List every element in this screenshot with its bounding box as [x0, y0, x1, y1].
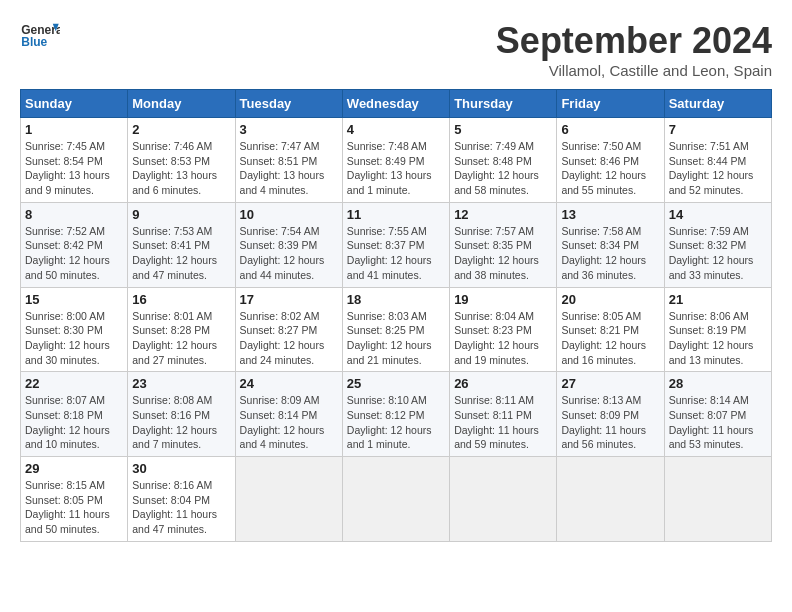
- day-number: 30: [132, 461, 230, 476]
- day-detail: Sunrise: 8:08 AMSunset: 8:16 PMDaylight:…: [132, 394, 217, 450]
- calendar-cell: 18 Sunrise: 8:03 AMSunset: 8:25 PMDaylig…: [342, 287, 449, 372]
- calendar-cell: [557, 457, 664, 542]
- day-number: 27: [561, 376, 659, 391]
- calendar-cell: 1 Sunrise: 7:45 AMSunset: 8:54 PMDayligh…: [21, 118, 128, 203]
- calendar-cell: 9 Sunrise: 7:53 AMSunset: 8:41 PMDayligh…: [128, 202, 235, 287]
- weekday-header-sunday: Sunday: [21, 90, 128, 118]
- page-header: General Blue September 2024 Villamol, Ca…: [20, 20, 772, 79]
- calendar-cell: 20 Sunrise: 8:05 AMSunset: 8:21 PMDaylig…: [557, 287, 664, 372]
- day-detail: Sunrise: 8:14 AMSunset: 8:07 PMDaylight:…: [669, 394, 754, 450]
- day-detail: Sunrise: 7:55 AMSunset: 8:37 PMDaylight:…: [347, 225, 432, 281]
- month-year: September 2024: [496, 20, 772, 62]
- calendar-cell: [342, 457, 449, 542]
- weekday-header-thursday: Thursday: [450, 90, 557, 118]
- day-number: 20: [561, 292, 659, 307]
- calendar-cell: 25 Sunrise: 8:10 AMSunset: 8:12 PMDaylig…: [342, 372, 449, 457]
- day-detail: Sunrise: 7:48 AMSunset: 8:49 PMDaylight:…: [347, 140, 432, 196]
- calendar-cell: 13 Sunrise: 7:58 AMSunset: 8:34 PMDaylig…: [557, 202, 664, 287]
- day-number: 7: [669, 122, 767, 137]
- day-detail: Sunrise: 7:45 AMSunset: 8:54 PMDaylight:…: [25, 140, 110, 196]
- weekday-header-tuesday: Tuesday: [235, 90, 342, 118]
- day-number: 13: [561, 207, 659, 222]
- calendar-cell: 23 Sunrise: 8:08 AMSunset: 8:16 PMDaylig…: [128, 372, 235, 457]
- day-number: 29: [25, 461, 123, 476]
- calendar-cell: 11 Sunrise: 7:55 AMSunset: 8:37 PMDaylig…: [342, 202, 449, 287]
- calendar-cell: [664, 457, 771, 542]
- logo: General Blue: [20, 20, 60, 50]
- weekday-header-saturday: Saturday: [664, 90, 771, 118]
- calendar-cell: 24 Sunrise: 8:09 AMSunset: 8:14 PMDaylig…: [235, 372, 342, 457]
- day-number: 26: [454, 376, 552, 391]
- day-detail: Sunrise: 7:59 AMSunset: 8:32 PMDaylight:…: [669, 225, 754, 281]
- day-number: 28: [669, 376, 767, 391]
- day-detail: Sunrise: 7:54 AMSunset: 8:39 PMDaylight:…: [240, 225, 325, 281]
- day-detail: Sunrise: 8:01 AMSunset: 8:28 PMDaylight:…: [132, 310, 217, 366]
- calendar-cell: 12 Sunrise: 7:57 AMSunset: 8:35 PMDaylig…: [450, 202, 557, 287]
- calendar-header: SundayMondayTuesdayWednesdayThursdayFrid…: [21, 90, 772, 118]
- day-number: 1: [25, 122, 123, 137]
- day-number: 8: [25, 207, 123, 222]
- day-number: 21: [669, 292, 767, 307]
- location: Villamol, Castille and Leon, Spain: [496, 62, 772, 79]
- calendar-cell: 21 Sunrise: 8:06 AMSunset: 8:19 PMDaylig…: [664, 287, 771, 372]
- day-number: 10: [240, 207, 338, 222]
- calendar-week-3: 15 Sunrise: 8:00 AMSunset: 8:30 PMDaylig…: [21, 287, 772, 372]
- calendar-cell: 6 Sunrise: 7:50 AMSunset: 8:46 PMDayligh…: [557, 118, 664, 203]
- day-detail: Sunrise: 7:52 AMSunset: 8:42 PMDaylight:…: [25, 225, 110, 281]
- calendar-cell: 30 Sunrise: 8:16 AMSunset: 8:04 PMDaylig…: [128, 457, 235, 542]
- calendar-cell: 17 Sunrise: 8:02 AMSunset: 8:27 PMDaylig…: [235, 287, 342, 372]
- title-block: September 2024 Villamol, Castille and Le…: [496, 20, 772, 79]
- day-detail: Sunrise: 7:51 AMSunset: 8:44 PMDaylight:…: [669, 140, 754, 196]
- day-detail: Sunrise: 8:03 AMSunset: 8:25 PMDaylight:…: [347, 310, 432, 366]
- calendar-week-5: 29 Sunrise: 8:15 AMSunset: 8:05 PMDaylig…: [21, 457, 772, 542]
- day-detail: Sunrise: 8:05 AMSunset: 8:21 PMDaylight:…: [561, 310, 646, 366]
- svg-text:Blue: Blue: [21, 35, 47, 49]
- day-detail: Sunrise: 8:16 AMSunset: 8:04 PMDaylight:…: [132, 479, 217, 535]
- day-number: 11: [347, 207, 445, 222]
- day-detail: Sunrise: 8:11 AMSunset: 8:11 PMDaylight:…: [454, 394, 539, 450]
- calendar-cell: 4 Sunrise: 7:48 AMSunset: 8:49 PMDayligh…: [342, 118, 449, 203]
- day-detail: Sunrise: 8:02 AMSunset: 8:27 PMDaylight:…: [240, 310, 325, 366]
- day-detail: Sunrise: 8:07 AMSunset: 8:18 PMDaylight:…: [25, 394, 110, 450]
- weekday-header-friday: Friday: [557, 90, 664, 118]
- calendar-week-4: 22 Sunrise: 8:07 AMSunset: 8:18 PMDaylig…: [21, 372, 772, 457]
- calendar-cell: 7 Sunrise: 7:51 AMSunset: 8:44 PMDayligh…: [664, 118, 771, 203]
- calendar-cell: 15 Sunrise: 8:00 AMSunset: 8:30 PMDaylig…: [21, 287, 128, 372]
- calendar-cell: 28 Sunrise: 8:14 AMSunset: 8:07 PMDaylig…: [664, 372, 771, 457]
- day-detail: Sunrise: 8:04 AMSunset: 8:23 PMDaylight:…: [454, 310, 539, 366]
- day-detail: Sunrise: 8:15 AMSunset: 8:05 PMDaylight:…: [25, 479, 110, 535]
- day-number: 23: [132, 376, 230, 391]
- day-number: 15: [25, 292, 123, 307]
- day-number: 19: [454, 292, 552, 307]
- day-number: 12: [454, 207, 552, 222]
- day-detail: Sunrise: 7:47 AMSunset: 8:51 PMDaylight:…: [240, 140, 325, 196]
- day-number: 18: [347, 292, 445, 307]
- day-detail: Sunrise: 7:53 AMSunset: 8:41 PMDaylight:…: [132, 225, 217, 281]
- day-detail: Sunrise: 8:13 AMSunset: 8:09 PMDaylight:…: [561, 394, 646, 450]
- calendar-body: 1 Sunrise: 7:45 AMSunset: 8:54 PMDayligh…: [21, 118, 772, 542]
- calendar-cell: 8 Sunrise: 7:52 AMSunset: 8:42 PMDayligh…: [21, 202, 128, 287]
- day-number: 16: [132, 292, 230, 307]
- day-number: 6: [561, 122, 659, 137]
- weekday-header-row: SundayMondayTuesdayWednesdayThursdayFrid…: [21, 90, 772, 118]
- day-number: 17: [240, 292, 338, 307]
- day-detail: Sunrise: 8:00 AMSunset: 8:30 PMDaylight:…: [25, 310, 110, 366]
- day-number: 5: [454, 122, 552, 137]
- day-detail: Sunrise: 7:46 AMSunset: 8:53 PMDaylight:…: [132, 140, 217, 196]
- day-number: 4: [347, 122, 445, 137]
- day-number: 2: [132, 122, 230, 137]
- day-number: 25: [347, 376, 445, 391]
- calendar-cell: 3 Sunrise: 7:47 AMSunset: 8:51 PMDayligh…: [235, 118, 342, 203]
- calendar-cell: 14 Sunrise: 7:59 AMSunset: 8:32 PMDaylig…: [664, 202, 771, 287]
- calendar-week-2: 8 Sunrise: 7:52 AMSunset: 8:42 PMDayligh…: [21, 202, 772, 287]
- day-detail: Sunrise: 8:09 AMSunset: 8:14 PMDaylight:…: [240, 394, 325, 450]
- calendar-cell: [235, 457, 342, 542]
- calendar-cell: 29 Sunrise: 8:15 AMSunset: 8:05 PMDaylig…: [21, 457, 128, 542]
- weekday-header-wednesday: Wednesday: [342, 90, 449, 118]
- calendar-table: SundayMondayTuesdayWednesdayThursdayFrid…: [20, 89, 772, 542]
- day-number: 22: [25, 376, 123, 391]
- calendar-cell: 27 Sunrise: 8:13 AMSunset: 8:09 PMDaylig…: [557, 372, 664, 457]
- day-number: 9: [132, 207, 230, 222]
- day-number: 3: [240, 122, 338, 137]
- day-detail: Sunrise: 7:57 AMSunset: 8:35 PMDaylight:…: [454, 225, 539, 281]
